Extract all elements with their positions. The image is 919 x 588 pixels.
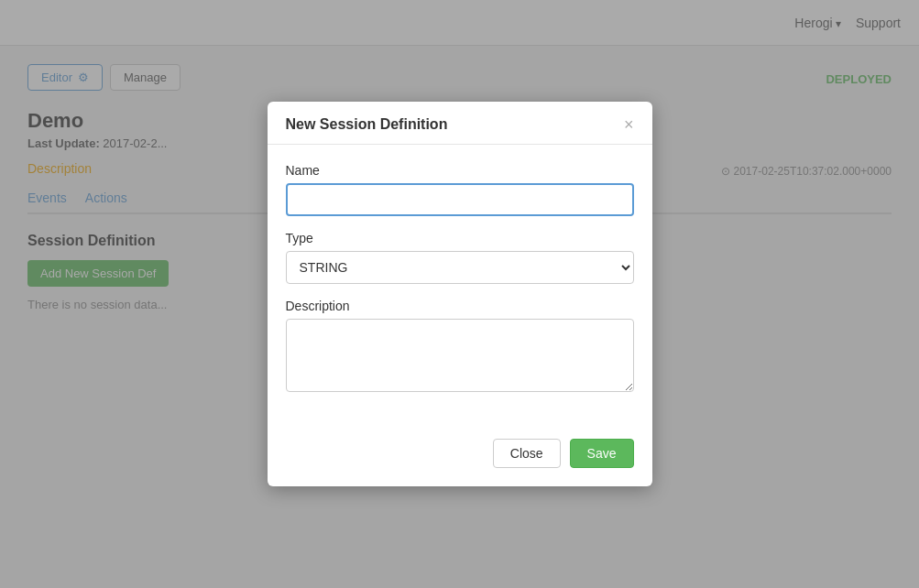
modal-overlay: New Session Definition × Name Type STRIN… [0, 0, 919, 588]
name-label: Name [286, 163, 634, 178]
description-field-group: Description [286, 299, 634, 395]
description-label: Description [286, 299, 634, 313]
modal-body: Name Type STRING INTEGER BOOLEAN FLOAT D… [268, 145, 652, 428]
modal-title: New Session Definition [286, 116, 448, 133]
close-button[interactable]: Close [493, 439, 561, 468]
type-label: Type [286, 231, 634, 245]
modal-footer: Close Save [268, 428, 652, 486]
type-select[interactable]: STRING INTEGER BOOLEAN FLOAT [286, 251, 634, 284]
name-input[interactable] [286, 183, 634, 216]
name-field-group: Name [286, 163, 634, 216]
modal-header: New Session Definition × [268, 102, 652, 145]
description-input[interactable] [286, 319, 634, 392]
save-button[interactable]: Save [570, 439, 634, 468]
modal-close-x-button[interactable]: × [624, 116, 634, 133]
modal: New Session Definition × Name Type STRIN… [268, 102, 652, 486]
type-field-group: Type STRING INTEGER BOOLEAN FLOAT [286, 231, 634, 284]
